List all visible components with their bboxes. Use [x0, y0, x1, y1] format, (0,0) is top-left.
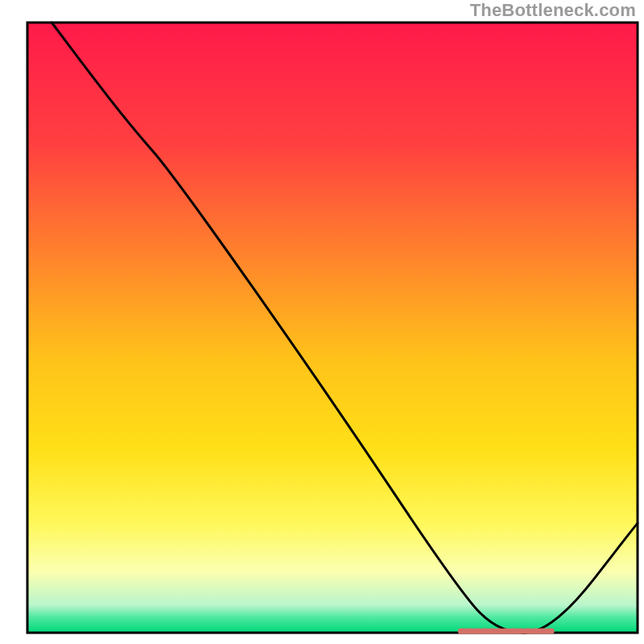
bottleneck-chart	[0, 0, 644, 644]
chart-stage: TheBottleneck.com	[0, 0, 644, 644]
heatmap-background	[27, 23, 638, 633]
